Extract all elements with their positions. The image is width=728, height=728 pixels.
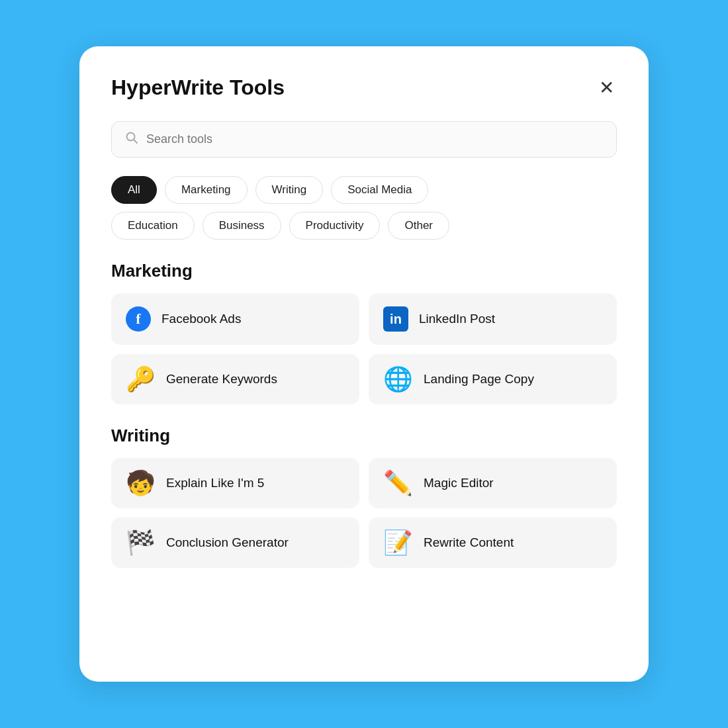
tool-linkedin-post-label: LinkedIn Post [419, 312, 495, 326]
tool-facebook-ads-label: Facebook Ads [161, 312, 241, 326]
wand-icon: ✏️ [383, 471, 413, 495]
filter-writing[interactable]: Writing [255, 176, 324, 204]
tool-conclusion-generator-label: Conclusion Generator [166, 535, 289, 550]
tool-conclusion-generator[interactable]: 🏁 Conclusion Generator [111, 518, 359, 568]
section-title-writing: Writing [111, 426, 617, 446]
app-background: HyperWrite Tools ✕ All Marketing Writing… [0, 0, 728, 728]
search-bar [111, 121, 617, 158]
writing-tools-grid: 🧒 Explain Like I'm 5 ✏️ Magic Editor 🏁 C… [111, 458, 617, 568]
section-title-marketing: Marketing [111, 261, 617, 281]
tool-magic-editor[interactable]: ✏️ Magic Editor [369, 458, 617, 508]
globe-icon: 🌐 [383, 367, 413, 391]
filter-other[interactable]: Other [388, 212, 449, 240]
filter-social-media[interactable]: Social Media [331, 176, 428, 204]
checkerboard-icon: 🏁 [126, 531, 156, 555]
modal-title: HyperWrite Tools [111, 75, 285, 100]
search-icon [125, 131, 138, 148]
tool-explain-like-im-5[interactable]: 🧒 Explain Like I'm 5 [111, 458, 359, 508]
filter-row-1: All Marketing Writing Social Media [111, 176, 617, 204]
tool-rewrite-content[interactable]: 📝 Rewrite Content [369, 518, 617, 568]
filter-marketing[interactable]: Marketing [165, 176, 248, 204]
tool-magic-editor-label: Magic Editor [424, 476, 494, 490]
filter-business[interactable]: Business [203, 212, 281, 240]
filter-all[interactable]: All [111, 176, 157, 204]
linkedin-icon: in [383, 306, 408, 332]
search-input[interactable] [146, 132, 603, 146]
svg-line-1 [134, 140, 137, 143]
tool-facebook-ads[interactable]: f Facebook Ads [111, 293, 359, 345]
tool-generate-keywords[interactable]: 🔑 Generate Keywords [111, 354, 359, 404]
modal-container: HyperWrite Tools ✕ All Marketing Writing… [79, 46, 649, 682]
tool-explain-like-im-5-label: Explain Like I'm 5 [166, 476, 264, 490]
tool-linkedin-post[interactable]: in LinkedIn Post [369, 293, 617, 345]
facebook-icon: f [126, 306, 151, 332]
close-button[interactable]: ✕ [596, 76, 617, 100]
tool-landing-page-copy-label: Landing Page Copy [424, 372, 534, 387]
filter-productivity[interactable]: Productivity [289, 212, 381, 240]
marketing-tools-grid: f Facebook Ads in LinkedIn Post 🔑 Genera… [111, 293, 617, 404]
modal-header: HyperWrite Tools ✕ [111, 75, 617, 100]
filter-education[interactable]: Education [111, 212, 195, 240]
tool-rewrite-content-label: Rewrite Content [424, 535, 514, 550]
child-icon: 🧒 [126, 471, 156, 495]
tool-generate-keywords-label: Generate Keywords [166, 372, 277, 387]
key-icon: 🔑 [126, 367, 156, 391]
tool-landing-page-copy[interactable]: 🌐 Landing Page Copy [369, 354, 617, 404]
filter-row-2: Education Business Productivity Other [111, 212, 617, 240]
close-icon: ✕ [599, 77, 614, 98]
memo-icon: 📝 [383, 531, 413, 555]
